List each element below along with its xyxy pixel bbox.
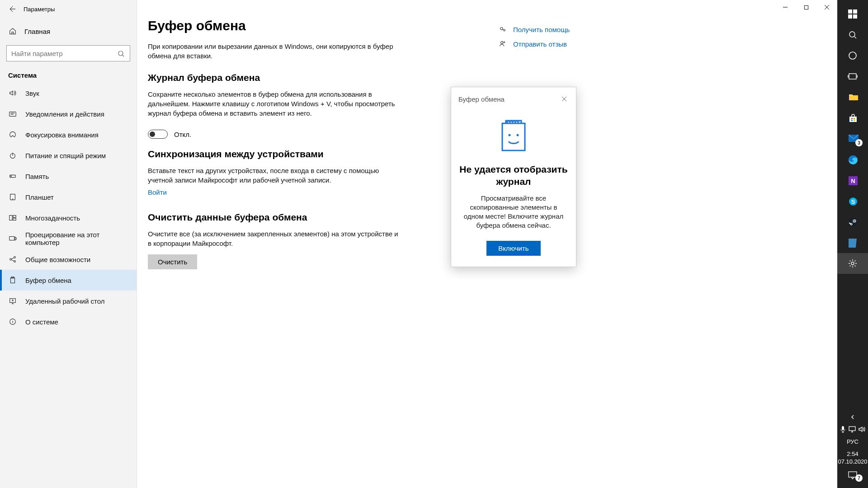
svg-rect-27	[848, 14, 852, 19]
mail-badge: 3	[855, 139, 863, 146]
svg-rect-8	[13, 216, 16, 218]
network-icon[interactable]	[849, 426, 856, 432]
content-area: Буфер обмена При копировании или вырезан…	[137, 0, 837, 488]
sidebar-item-project[interactable]: Проецирование на этот компьютер	[0, 228, 137, 249]
skype-button[interactable]: S	[837, 191, 868, 211]
show-desktop-button[interactable]	[837, 484, 868, 488]
taskview-icon	[848, 72, 858, 80]
svg-rect-36	[854, 120, 855, 121]
tray-clock[interactable]: 2:54 07.10.2020	[838, 447, 867, 466]
home-label: Главная	[24, 28, 50, 35]
taskbar-search-button[interactable]	[837, 24, 868, 45]
settings-sidebar: Параметры Главная Система Звук	[0, 0, 137, 488]
sidebar-item-clipboard[interactable]: Буфер обмена	[0, 270, 137, 291]
svg-rect-9	[13, 218, 16, 221]
history-toggle-label: Откл.	[174, 131, 191, 138]
svg-rect-28	[853, 14, 857, 19]
onenote-button[interactable]: N	[837, 170, 868, 191]
folder-icon	[849, 93, 857, 101]
action-center-badge: 7	[855, 474, 863, 482]
section-sync-body: Вставьте текст на других устройствах, по…	[148, 166, 401, 185]
feedback-link[interactable]: Отправить отзыв	[499, 40, 604, 48]
clipboard-popup: Буфер обмена Не удается отобразить журна…	[451, 87, 576, 267]
microphone-icon[interactable]	[840, 426, 846, 433]
arrow-left-icon	[9, 5, 16, 13]
language-indicator[interactable]: РУС	[837, 436, 868, 447]
popup-enable-button[interactable]: Включить	[486, 241, 540, 256]
notes-button[interactable]	[837, 232, 868, 253]
svg-text:N: N	[851, 178, 855, 184]
popup-body: Просматривайте все скопированные элемент…	[458, 194, 569, 230]
svg-point-23	[509, 134, 511, 136]
svg-point-29	[849, 32, 855, 37]
search-input[interactable]	[6, 45, 130, 61]
settings-button[interactable]	[837, 253, 868, 274]
section-history-body: Сохраните несколько элементов в буфер об…	[148, 89, 401, 118]
storage-icon	[8, 172, 17, 181]
sidebar-item-shared[interactable]: Общие возможности	[0, 249, 137, 270]
action-center-button[interactable]: 7	[837, 466, 868, 484]
taskview-button[interactable]	[837, 66, 868, 87]
start-button[interactable]	[837, 4, 868, 24]
gear-icon	[848, 259, 857, 268]
sidebar-item-notifications[interactable]: Уведомления и действия	[0, 103, 137, 124]
clock-date: 07.10.2020	[838, 458, 867, 465]
onenote-icon: N	[849, 176, 857, 184]
svg-point-20	[504, 29, 505, 31]
svg-rect-33	[851, 118, 853, 119]
power-icon	[8, 151, 17, 160]
remote-icon	[8, 296, 17, 305]
sidebar-item-storage[interactable]: Память	[0, 166, 137, 187]
sidebar-item-home[interactable]: Главная	[0, 21, 137, 42]
svg-rect-50	[842, 426, 844, 430]
sidebar-item-sound[interactable]: Звук	[0, 83, 137, 103]
sidebar-item-power[interactable]: Питание и спящий режим	[0, 145, 137, 166]
project-icon	[8, 234, 17, 243]
back-button[interactable]	[6, 3, 19, 15]
svg-rect-22	[502, 123, 525, 150]
clipboard-smiley-icon	[500, 117, 528, 152]
close-button[interactable]	[816, 0, 837, 14]
search-icon	[118, 50, 125, 57]
edge-button[interactable]	[837, 149, 868, 170]
svg-rect-7	[9, 216, 12, 221]
settings-window: Параметры Главная Система Звук	[0, 0, 837, 488]
sidebar-item-tablet[interactable]: Планшет	[0, 187, 137, 207]
clear-button[interactable]: Очистить	[148, 254, 197, 269]
chevron-left-icon	[850, 414, 855, 420]
sound-icon	[8, 89, 17, 98]
sidebar-item-about[interactable]: О системе	[0, 311, 137, 332]
svg-rect-35	[851, 120, 853, 121]
svg-rect-25	[848, 9, 852, 14]
store-icon	[849, 114, 857, 122]
svg-point-46	[854, 221, 855, 222]
sidebar-item-focus[interactable]: Фокусировка внимания	[0, 124, 137, 145]
minimize-button[interactable]	[775, 0, 796, 14]
popup-close-button[interactable]	[560, 94, 569, 103]
volume-icon[interactable]	[859, 426, 866, 432]
svg-point-13	[14, 261, 16, 263]
tray-expand-button[interactable]	[837, 411, 868, 423]
tablet-icon	[8, 192, 17, 202]
explorer-button[interactable]	[837, 87, 868, 108]
signin-link[interactable]: Войти	[148, 188, 167, 196]
feedback-icon	[499, 40, 507, 48]
help-link[interactable]: Получить помощь	[499, 25, 604, 33]
clipboard-icon	[8, 276, 17, 285]
sidebar-item-multitask[interactable]: Многозадачность	[0, 207, 137, 228]
about-icon	[8, 317, 17, 326]
svg-point-4	[11, 176, 12, 177]
history-toggle[interactable]	[148, 130, 168, 139]
sidebar-item-remote[interactable]: Удаленный рабочий стол	[0, 291, 137, 311]
svg-rect-14	[11, 278, 15, 283]
cortana-button[interactable]	[837, 45, 868, 66]
mail-button[interactable]: 3	[837, 128, 868, 149]
svg-point-44	[849, 218, 858, 227]
section-clear-body: Очистите все (за исключением закрепленны…	[148, 229, 401, 248]
nav-list: Звук Уведомления и действия Фокусировка …	[0, 83, 137, 488]
maximize-button[interactable]	[796, 0, 816, 14]
steam-button[interactable]	[837, 211, 868, 232]
store-button[interactable]	[837, 108, 868, 128]
steam-icon	[849, 218, 857, 226]
cortana-icon	[848, 51, 857, 60]
